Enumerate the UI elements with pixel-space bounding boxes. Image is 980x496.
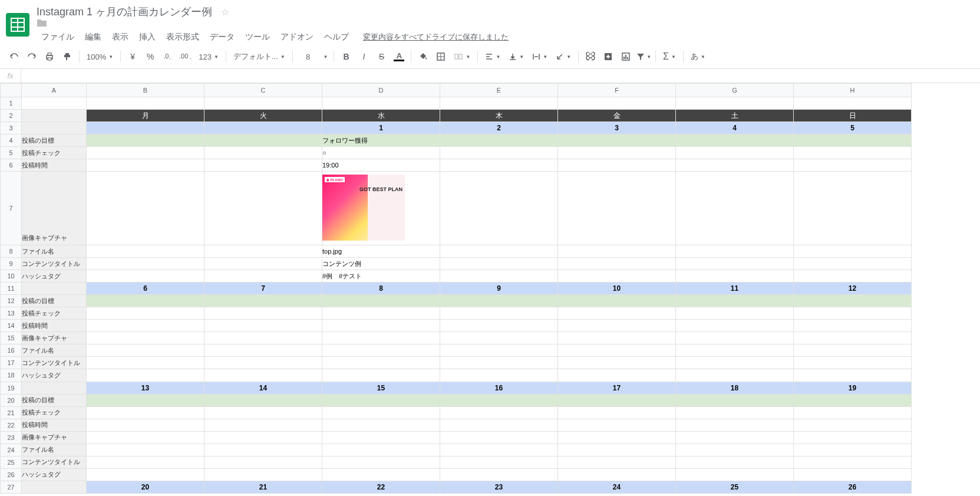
document-title[interactable]: Instagram 1 ヶ月の計画カレンダー例 (37, 5, 212, 19)
svg-rect-10 (623, 57, 625, 59)
v-align-button[interactable]: ▼ (505, 48, 527, 65)
font-select[interactable]: デフォルト...▼ (230, 48, 289, 65)
print-button[interactable] (41, 48, 58, 65)
col-header-A[interactable]: A (22, 84, 87, 97)
menu-edit[interactable]: 編集 (80, 29, 106, 45)
h-align-button[interactable]: ▼ (481, 48, 504, 65)
filter-button[interactable]: ▼ (635, 48, 652, 65)
row-header[interactable]: 2 (1, 110, 22, 122)
paint-format-button[interactable] (59, 48, 75, 65)
col-header-F[interactable]: F (558, 84, 676, 97)
svg-rect-6 (455, 54, 458, 59)
bold-button[interactable]: B (338, 48, 354, 65)
text-rotate-button[interactable]: ▼ (552, 48, 575, 65)
redo-button[interactable] (24, 48, 40, 65)
text-wrap-button[interactable]: ▼ (529, 48, 551, 65)
increase-decimal-button[interactable]: .00→ (177, 48, 194, 65)
svg-rect-2 (48, 58, 51, 60)
menu-insert[interactable]: 挿入 (134, 29, 160, 45)
col-header-C[interactable]: C (204, 84, 322, 97)
formula-input[interactable] (21, 69, 980, 83)
menu-format[interactable]: 表示形式 (161, 29, 204, 45)
functions-button[interactable]: Σ▼ (659, 48, 679, 65)
merge-button[interactable]: ▼ (450, 48, 474, 65)
menu-file[interactable]: ファイル (37, 29, 79, 45)
font-size-select[interactable]: 8 (296, 48, 320, 65)
save-status: 変更内容をすべてドライブに保存しました (363, 29, 509, 42)
row-header[interactable]: 1 (1, 97, 22, 110)
menu-bar: ファイル 編集 表示 挿入 表示形式 データ ツール アドオン ヘルプ (37, 29, 354, 45)
formula-bar: fx (0, 69, 980, 83)
number-format-select[interactable]: 123▼ (195, 48, 222, 65)
folder-icon[interactable] (37, 19, 974, 27)
menu-data[interactable]: データ (205, 29, 239, 45)
select-all-corner[interactable] (1, 84, 22, 97)
menu-addons[interactable]: アドオン (276, 29, 318, 45)
fill-color-button[interactable] (415, 48, 431, 65)
ime-button[interactable]: あ▼ (687, 48, 709, 65)
col-header-H[interactable]: H (794, 84, 912, 97)
borders-button[interactable] (433, 48, 449, 65)
image-cell[interactable]: ◆ PLANO GOT BEST PLAN (322, 172, 440, 245)
col-header-G[interactable]: G (676, 84, 794, 97)
svg-rect-12 (627, 57, 628, 59)
star-icon[interactable]: ☆ (221, 7, 229, 17)
col-header-E[interactable]: E (440, 84, 558, 97)
italic-button[interactable]: I (355, 48, 372, 65)
menu-help[interactable]: ヘルプ (319, 29, 354, 45)
app-header: Instagram 1 ヶ月の計画カレンダー例 ☆ ファイル 編集 表示 挿入 … (0, 0, 980, 45)
toolbar: 100%▼ ¥ % .0← .00→ 123▼ デフォルト...▼ 8 ▼ B … (0, 45, 980, 69)
cell[interactable] (22, 97, 87, 110)
insert-link-button[interactable] (582, 48, 599, 65)
col-header-D[interactable]: D (322, 84, 440, 97)
image-thumbnail[interactable]: ◆ PLANO GOT BEST PLAN (322, 175, 405, 241)
fx-label: fx (0, 69, 21, 83)
text-color-button[interactable]: A (391, 48, 407, 65)
decrease-decimal-button[interactable]: .0← (160, 48, 176, 65)
col-header-B[interactable]: B (87, 84, 204, 97)
percent-button[interactable]: % (142, 48, 159, 65)
menu-view[interactable]: 表示 (107, 29, 133, 45)
svg-rect-7 (459, 54, 462, 59)
svg-rect-11 (625, 55, 626, 59)
svg-rect-1 (48, 53, 51, 55)
insert-chart-button[interactable] (618, 48, 634, 65)
menu-tools[interactable]: ツール (240, 29, 275, 45)
strikethrough-button[interactable]: S (373, 48, 390, 65)
insert-comment-button[interactable] (600, 48, 616, 65)
sheets-logo (6, 13, 29, 37)
undo-button[interactable] (6, 48, 22, 65)
spreadsheet-grid[interactable]: A B C D E F G H 1 2 月 火 水 木 金 土 日 3 1 2 … (0, 83, 980, 494)
currency-button[interactable]: ¥ (124, 48, 141, 65)
zoom-select[interactable]: 100%▼ (83, 48, 117, 65)
